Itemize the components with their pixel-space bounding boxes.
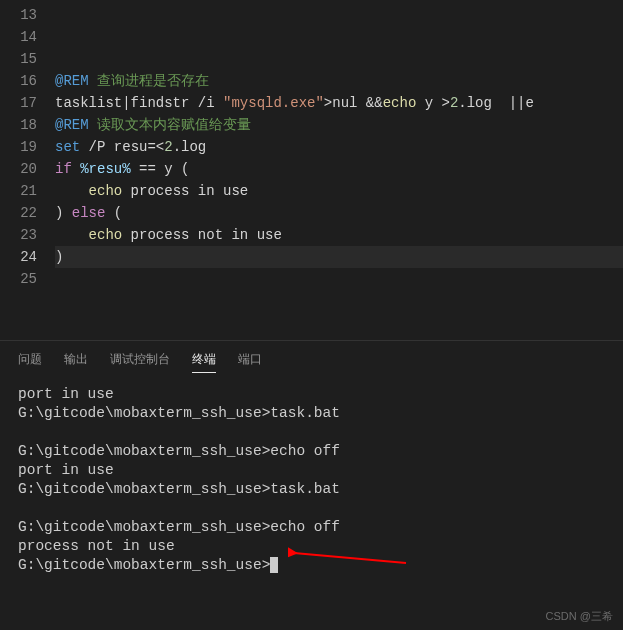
code-line[interactable] <box>55 268 623 290</box>
terminal-line: G:\gitcode\mobaxterm_ssh_use>echo off <box>18 442 605 461</box>
watermark: CSDN @三希 <box>546 609 613 624</box>
terminal-line <box>18 499 605 518</box>
code-line[interactable]: if %resu% == y ( <box>55 158 623 180</box>
code-line[interactable] <box>55 334 623 340</box>
terminal-line: process not in use <box>18 537 605 556</box>
code-line[interactable]: echo process in use <box>55 180 623 202</box>
code-line[interactable]: @REM 查询进程是否存在 <box>55 70 623 92</box>
terminal-prompt[interactable]: G:\gitcode\mobaxterm_ssh_use> <box>18 556 605 575</box>
terminal-cursor <box>270 557 278 573</box>
code-line[interactable]: set /P resu=<2.log <box>55 136 623 158</box>
tab-ports[interactable]: 端口 <box>238 351 262 373</box>
terminal-line: G:\gitcode\mobaxterm_ssh_use>echo off <box>18 518 605 537</box>
code-content[interactable]: @REM 查询进程是否存在tasklist|findstr /i "mysqld… <box>55 0 623 340</box>
terminal-line <box>18 423 605 442</box>
terminal-line: G:\gitcode\mobaxterm_ssh_use>task.bat <box>18 480 605 499</box>
code-line[interactable] <box>55 290 623 312</box>
terminal-output[interactable]: port in useG:\gitcode\mobaxterm_ssh_use>… <box>0 379 623 575</box>
code-line[interactable]: ) <box>55 246 623 268</box>
tab-debug-console[interactable]: 调试控制台 <box>110 351 170 373</box>
code-line[interactable]: @REM 读取文本内容赋值给变量 <box>55 114 623 136</box>
code-line[interactable]: echo process not in use <box>55 224 623 246</box>
terminal-line: port in use <box>18 385 605 404</box>
tab-terminal[interactable]: 终端 <box>192 351 216 373</box>
line-gutter: 13141516171819202122232425 <box>0 0 55 340</box>
terminal-line: G:\gitcode\mobaxterm_ssh_use>task.bat <box>18 404 605 423</box>
tab-problems[interactable]: 问题 <box>18 351 42 373</box>
code-editor[interactable]: 13141516171819202122232425 @REM 查询进程是否存在… <box>0 0 623 340</box>
tab-output[interactable]: 输出 <box>64 351 88 373</box>
panel-tabs: 问题 输出 调试控制台 终端 端口 <box>0 341 623 379</box>
terminal-line: port in use <box>18 461 605 480</box>
code-line[interactable]: tasklist|findstr /i "mysqld.exe">nul &&e… <box>55 92 623 114</box>
code-line[interactable]: ) else ( <box>55 202 623 224</box>
bottom-panel: 问题 输出 调试控制台 终端 端口 port in useG:\gitcode\… <box>0 340 623 575</box>
code-line[interactable] <box>55 312 623 334</box>
